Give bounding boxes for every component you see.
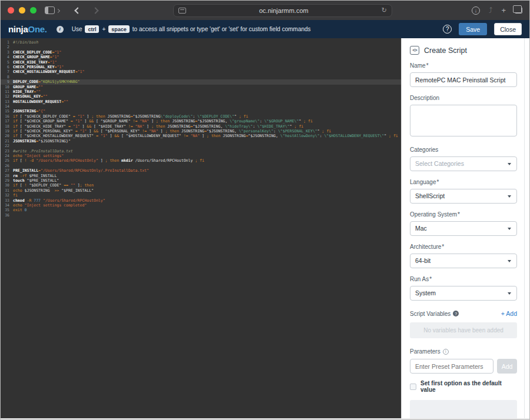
code-line[interactable]: 15JSONSTRING="{" bbox=[1, 109, 401, 114]
description-input[interactable] bbox=[410, 105, 517, 136]
script-code[interactable]: 1#!/bin/bash23CHECK_DEPLOY_CODE="1"4CHEC… bbox=[1, 40, 401, 218]
os-select[interactable]: Mac bbox=[410, 221, 517, 236]
line-number: 16 bbox=[1, 114, 13, 119]
code-line[interactable]: 4CHECK_GROUP_NAME="1" bbox=[1, 55, 401, 59]
code-line[interactable]: 8 bbox=[1, 75, 401, 79]
architecture-label: Architecture* bbox=[410, 244, 517, 250]
line-number: 1 bbox=[1, 40, 13, 45]
run-as-select[interactable]: System bbox=[410, 286, 517, 301]
save-button[interactable]: Save bbox=[459, 23, 487, 35]
code-line[interactable]: 31echo $JSONSTRING >> "$PRE_INSTALL" bbox=[1, 188, 401, 193]
code-line[interactable]: 16if [ "$CHECK_DEPLOY_CODE" = "1" ] ; th… bbox=[1, 114, 401, 119]
chevron-down-icon[interactable] bbox=[56, 9, 60, 13]
reload-icon[interactable]: ↻ bbox=[382, 6, 387, 14]
chevron-down-icon bbox=[508, 260, 511, 262]
line-number: 5 bbox=[1, 60, 13, 65]
line-number: 29 bbox=[1, 178, 13, 183]
architecture-select[interactable]: 64-bit bbox=[410, 254, 517, 268]
sidebar-toggle-icon[interactable] bbox=[45, 6, 55, 14]
code-line[interactable]: 25if [ ! -d "/Users/Shared/RPCHostOnly" … bbox=[1, 158, 401, 163]
new-tab-icon[interactable]: + bbox=[501, 6, 506, 14]
code-line[interactable]: 6CHECK_PERSONAL_KEY="1" bbox=[1, 65, 401, 69]
back-button[interactable] bbox=[74, 7, 81, 14]
code-line[interactable]: 29touch "$PRE_INSTALL" bbox=[1, 178, 401, 183]
variables-empty-state: No variables have been added bbox=[410, 322, 517, 338]
add-variable-link[interactable]: + Add bbox=[501, 310, 517, 317]
app-header: ninjaOne. i Use ctrl + space to access a… bbox=[1, 20, 529, 38]
downloads-icon[interactable]: ↓ bbox=[472, 6, 480, 15]
code-line[interactable]: 28rm -rf $PRE_INSTALL bbox=[1, 174, 401, 178]
panel-scrollbar[interactable] bbox=[525, 38, 529, 418]
line-number: 21 bbox=[1, 139, 13, 144]
add-parameter-button[interactable]: Add bbox=[497, 359, 517, 374]
code-line[interactable]: 3CHECK_DEPLOY_CODE="1" bbox=[1, 50, 401, 55]
language-select[interactable]: ShellScript bbox=[410, 189, 517, 204]
code-line[interactable]: 18if [ "$CHECK_HIDE_TRAY" = "1" ] && [ "… bbox=[1, 124, 401, 129]
script-icon: <> bbox=[410, 46, 419, 55]
url-text[interactable]: oc.ninjarmm.com bbox=[186, 7, 382, 14]
close-window-button[interactable] bbox=[8, 7, 14, 14]
code-line[interactable]: 35exit 0 bbox=[1, 208, 401, 212]
line-number: 13 bbox=[1, 99, 13, 104]
code-line[interactable]: 9DEPLOY_CODE="KQRiSjySMKYHNBG" bbox=[1, 79, 401, 84]
name-label: Name* bbox=[410, 62, 517, 69]
browser-window: oc.ninjarmm.com ↻ ↓ ⤴ + ninjaOne. i Use … bbox=[0, 0, 530, 420]
info-icon: i bbox=[57, 26, 64, 33]
line-number: 35 bbox=[1, 208, 13, 212]
code-line[interactable]: 33chmod -R 777 "/Users/Shared/RPCHostOnl… bbox=[1, 198, 401, 203]
info-tooltip-icon[interactable]: i bbox=[443, 349, 449, 355]
code-line[interactable]: 2 bbox=[1, 45, 401, 49]
line-number: 31 bbox=[1, 188, 13, 193]
line-number: 33 bbox=[1, 198, 13, 203]
code-line[interactable]: 23#write .PreInstallData.txt bbox=[1, 149, 401, 154]
traffic-lights bbox=[8, 7, 37, 14]
chevron-down-icon bbox=[508, 163, 511, 165]
line-number: 24 bbox=[1, 154, 13, 158]
code-line[interactable]: 26 bbox=[1, 164, 401, 168]
code-line[interactable]: 14 bbox=[1, 104, 401, 109]
code-line[interactable]: 34echo "Inject settings completed" bbox=[1, 203, 401, 208]
code-line[interactable]: 10GROUP_NAME="" bbox=[1, 85, 401, 89]
description-label: Description bbox=[410, 95, 517, 101]
parameters-empty-state: No parameters have been added bbox=[410, 400, 517, 418]
code-editor[interactable]: 1#!/bin/bash23CHECK_DEPLOY_CODE="1"4CHEC… bbox=[1, 38, 401, 418]
page-settings-icon[interactable] bbox=[178, 8, 186, 14]
code-line[interactable]: 11HIDE_TRAY="" bbox=[1, 89, 401, 94]
code-line[interactable]: 5CHECK_HIDE_TRAY="1" bbox=[1, 60, 401, 65]
chevron-down-icon bbox=[508, 292, 511, 295]
code-line[interactable]: 22 bbox=[1, 144, 401, 148]
line-number: 2 bbox=[1, 45, 13, 49]
tab-overview-icon[interactable] bbox=[515, 7, 522, 14]
categories-select[interactable]: Select Categories bbox=[410, 156, 517, 171]
close-button[interactable]: Close bbox=[494, 23, 522, 35]
code-line[interactable]: 24echo "Inject settings" bbox=[1, 154, 401, 158]
help-tooltip-icon[interactable]: ? bbox=[453, 311, 459, 316]
line-number: 28 bbox=[1, 174, 13, 178]
ctrl-keycap: ctrl bbox=[85, 25, 99, 33]
code-line[interactable]: 20if [ "$CHECK_HOSTALLOWDENY_REQUEST" = … bbox=[1, 134, 401, 138]
minimize-window-button[interactable] bbox=[19, 7, 25, 14]
code-line[interactable]: 17if [ "$CHECK_GROUP_NAME" = "1" ] && [ … bbox=[1, 119, 401, 124]
code-line[interactable]: 36 bbox=[1, 213, 401, 218]
line-number: 23 bbox=[1, 149, 13, 154]
code-line[interactable]: 27PRE_INSTALL="/Users/Shared/RPCHostOnly… bbox=[1, 168, 401, 173]
default-value-checkbox[interactable] bbox=[410, 384, 416, 390]
code-line[interactable]: 1#!/bin/bash bbox=[1, 40, 401, 45]
line-number: 8 bbox=[1, 75, 13, 79]
code-line[interactable]: 19if [ "$CHECK_PERSONAL_KEY" = "1" ] && … bbox=[1, 129, 401, 134]
code-line[interactable]: 7CHECK_HOSTALLOWDENY_REQUEST="1" bbox=[1, 69, 401, 74]
maximize-window-button[interactable] bbox=[30, 7, 37, 14]
line-number: 6 bbox=[1, 65, 13, 69]
code-line[interactable]: 12PERSONAL_KEY="" bbox=[1, 94, 401, 99]
address-bar[interactable]: oc.ninjarmm.com ↻ bbox=[173, 4, 392, 17]
preset-parameters-input[interactable] bbox=[410, 359, 493, 374]
code-line[interactable]: 30if [ ! "$DEPLOY_CODE" == "" ]; then bbox=[1, 183, 401, 188]
forward-button bbox=[92, 7, 98, 14]
name-input[interactable] bbox=[410, 72, 517, 87]
categories-label: Categories bbox=[410, 146, 517, 153]
code-line[interactable]: 32fi bbox=[1, 193, 401, 198]
code-line[interactable]: 13HOSTALLOWDENY_REQUEST="" bbox=[1, 99, 401, 104]
code-line[interactable]: 21JSONSTRING="$JSONSTRING}" bbox=[1, 139, 401, 144]
line-number: 27 bbox=[1, 168, 13, 173]
help-icon[interactable]: ? bbox=[443, 25, 452, 34]
